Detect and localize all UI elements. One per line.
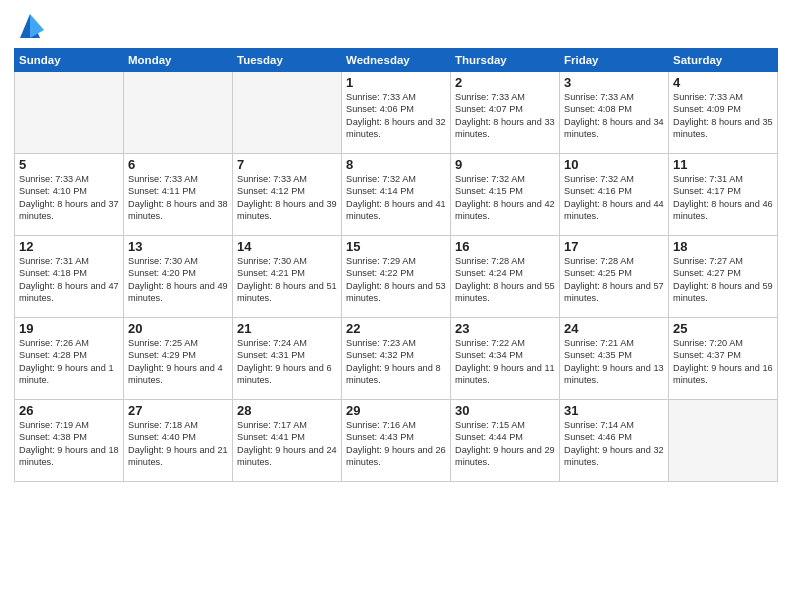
calendar-cell — [233, 72, 342, 154]
day-info: Sunrise: 7:31 AM Sunset: 4:17 PM Dayligh… — [673, 173, 773, 223]
day-number: 3 — [564, 75, 664, 90]
logo — [14, 10, 44, 42]
day-info: Sunrise: 7:17 AM Sunset: 4:41 PM Dayligh… — [237, 419, 337, 469]
day-number: 8 — [346, 157, 446, 172]
weekday-header-friday: Friday — [560, 49, 669, 72]
day-info: Sunrise: 7:33 AM Sunset: 4:07 PM Dayligh… — [455, 91, 555, 141]
day-info: Sunrise: 7:20 AM Sunset: 4:37 PM Dayligh… — [673, 337, 773, 387]
calendar-cell — [669, 400, 778, 482]
day-info: Sunrise: 7:28 AM Sunset: 4:24 PM Dayligh… — [455, 255, 555, 305]
day-number: 13 — [128, 239, 228, 254]
day-number: 27 — [128, 403, 228, 418]
day-info: Sunrise: 7:29 AM Sunset: 4:22 PM Dayligh… — [346, 255, 446, 305]
day-info: Sunrise: 7:33 AM Sunset: 4:10 PM Dayligh… — [19, 173, 119, 223]
day-number: 6 — [128, 157, 228, 172]
day-info: Sunrise: 7:25 AM Sunset: 4:29 PM Dayligh… — [128, 337, 228, 387]
day-info: Sunrise: 7:33 AM Sunset: 4:08 PM Dayligh… — [564, 91, 664, 141]
day-number: 17 — [564, 239, 664, 254]
calendar-cell: 5Sunrise: 7:33 AM Sunset: 4:10 PM Daylig… — [15, 154, 124, 236]
weekday-header-saturday: Saturday — [669, 49, 778, 72]
day-info: Sunrise: 7:32 AM Sunset: 4:14 PM Dayligh… — [346, 173, 446, 223]
day-info: Sunrise: 7:33 AM Sunset: 4:11 PM Dayligh… — [128, 173, 228, 223]
day-number: 12 — [19, 239, 119, 254]
calendar-cell: 6Sunrise: 7:33 AM Sunset: 4:11 PM Daylig… — [124, 154, 233, 236]
logo-icon — [16, 10, 44, 42]
calendar-cell: 9Sunrise: 7:32 AM Sunset: 4:15 PM Daylig… — [451, 154, 560, 236]
weekday-header-row: SundayMondayTuesdayWednesdayThursdayFrid… — [15, 49, 778, 72]
calendar-cell: 10Sunrise: 7:32 AM Sunset: 4:16 PM Dayli… — [560, 154, 669, 236]
day-info: Sunrise: 7:19 AM Sunset: 4:38 PM Dayligh… — [19, 419, 119, 469]
calendar-cell: 2Sunrise: 7:33 AM Sunset: 4:07 PM Daylig… — [451, 72, 560, 154]
day-info: Sunrise: 7:14 AM Sunset: 4:46 PM Dayligh… — [564, 419, 664, 469]
day-info: Sunrise: 7:16 AM Sunset: 4:43 PM Dayligh… — [346, 419, 446, 469]
week-row-4: 26Sunrise: 7:19 AM Sunset: 4:38 PM Dayli… — [15, 400, 778, 482]
calendar-cell: 25Sunrise: 7:20 AM Sunset: 4:37 PM Dayli… — [669, 318, 778, 400]
day-number: 10 — [564, 157, 664, 172]
calendar-cell: 12Sunrise: 7:31 AM Sunset: 4:18 PM Dayli… — [15, 236, 124, 318]
day-number: 31 — [564, 403, 664, 418]
day-number: 19 — [19, 321, 119, 336]
day-info: Sunrise: 7:26 AM Sunset: 4:28 PM Dayligh… — [19, 337, 119, 387]
day-number: 11 — [673, 157, 773, 172]
day-number: 20 — [128, 321, 228, 336]
day-info: Sunrise: 7:15 AM Sunset: 4:44 PM Dayligh… — [455, 419, 555, 469]
day-info: Sunrise: 7:23 AM Sunset: 4:32 PM Dayligh… — [346, 337, 446, 387]
day-info: Sunrise: 7:32 AM Sunset: 4:15 PM Dayligh… — [455, 173, 555, 223]
calendar-cell: 18Sunrise: 7:27 AM Sunset: 4:27 PM Dayli… — [669, 236, 778, 318]
day-number: 30 — [455, 403, 555, 418]
day-number: 16 — [455, 239, 555, 254]
day-number: 1 — [346, 75, 446, 90]
weekday-header-sunday: Sunday — [15, 49, 124, 72]
day-number: 28 — [237, 403, 337, 418]
weekday-header-monday: Monday — [124, 49, 233, 72]
calendar-cell: 19Sunrise: 7:26 AM Sunset: 4:28 PM Dayli… — [15, 318, 124, 400]
calendar-cell: 16Sunrise: 7:28 AM Sunset: 4:24 PM Dayli… — [451, 236, 560, 318]
day-number: 26 — [19, 403, 119, 418]
calendar-cell: 31Sunrise: 7:14 AM Sunset: 4:46 PM Dayli… — [560, 400, 669, 482]
day-number: 23 — [455, 321, 555, 336]
calendar-cell: 28Sunrise: 7:17 AM Sunset: 4:41 PM Dayli… — [233, 400, 342, 482]
day-info: Sunrise: 7:33 AM Sunset: 4:09 PM Dayligh… — [673, 91, 773, 141]
calendar-cell — [124, 72, 233, 154]
calendar-cell: 21Sunrise: 7:24 AM Sunset: 4:31 PM Dayli… — [233, 318, 342, 400]
calendar-cell: 14Sunrise: 7:30 AM Sunset: 4:21 PM Dayli… — [233, 236, 342, 318]
week-row-3: 19Sunrise: 7:26 AM Sunset: 4:28 PM Dayli… — [15, 318, 778, 400]
day-number: 5 — [19, 157, 119, 172]
day-number: 24 — [564, 321, 664, 336]
day-info: Sunrise: 7:30 AM Sunset: 4:21 PM Dayligh… — [237, 255, 337, 305]
weekday-header-tuesday: Tuesday — [233, 49, 342, 72]
day-number: 25 — [673, 321, 773, 336]
calendar-cell: 1Sunrise: 7:33 AM Sunset: 4:06 PM Daylig… — [342, 72, 451, 154]
page: SundayMondayTuesdayWednesdayThursdayFrid… — [0, 0, 792, 612]
calendar-cell: 27Sunrise: 7:18 AM Sunset: 4:40 PM Dayli… — [124, 400, 233, 482]
day-info: Sunrise: 7:21 AM Sunset: 4:35 PM Dayligh… — [564, 337, 664, 387]
week-row-2: 12Sunrise: 7:31 AM Sunset: 4:18 PM Dayli… — [15, 236, 778, 318]
day-info: Sunrise: 7:33 AM Sunset: 4:12 PM Dayligh… — [237, 173, 337, 223]
day-info: Sunrise: 7:18 AM Sunset: 4:40 PM Dayligh… — [128, 419, 228, 469]
calendar-cell: 3Sunrise: 7:33 AM Sunset: 4:08 PM Daylig… — [560, 72, 669, 154]
day-info: Sunrise: 7:28 AM Sunset: 4:25 PM Dayligh… — [564, 255, 664, 305]
week-row-0: 1Sunrise: 7:33 AM Sunset: 4:06 PM Daylig… — [15, 72, 778, 154]
calendar-cell: 20Sunrise: 7:25 AM Sunset: 4:29 PM Dayli… — [124, 318, 233, 400]
day-number: 2 — [455, 75, 555, 90]
day-number: 22 — [346, 321, 446, 336]
header — [14, 10, 778, 42]
day-info: Sunrise: 7:30 AM Sunset: 4:20 PM Dayligh… — [128, 255, 228, 305]
day-number: 14 — [237, 239, 337, 254]
day-number: 4 — [673, 75, 773, 90]
day-number: 7 — [237, 157, 337, 172]
calendar-cell: 7Sunrise: 7:33 AM Sunset: 4:12 PM Daylig… — [233, 154, 342, 236]
calendar-cell: 23Sunrise: 7:22 AM Sunset: 4:34 PM Dayli… — [451, 318, 560, 400]
day-info: Sunrise: 7:33 AM Sunset: 4:06 PM Dayligh… — [346, 91, 446, 141]
day-info: Sunrise: 7:22 AM Sunset: 4:34 PM Dayligh… — [455, 337, 555, 387]
week-row-1: 5Sunrise: 7:33 AM Sunset: 4:10 PM Daylig… — [15, 154, 778, 236]
day-number: 29 — [346, 403, 446, 418]
calendar-cell: 11Sunrise: 7:31 AM Sunset: 4:17 PM Dayli… — [669, 154, 778, 236]
day-info: Sunrise: 7:32 AM Sunset: 4:16 PM Dayligh… — [564, 173, 664, 223]
calendar-cell: 22Sunrise: 7:23 AM Sunset: 4:32 PM Dayli… — [342, 318, 451, 400]
weekday-header-thursday: Thursday — [451, 49, 560, 72]
calendar-cell: 8Sunrise: 7:32 AM Sunset: 4:14 PM Daylig… — [342, 154, 451, 236]
weekday-header-wednesday: Wednesday — [342, 49, 451, 72]
day-info: Sunrise: 7:31 AM Sunset: 4:18 PM Dayligh… — [19, 255, 119, 305]
calendar: SundayMondayTuesdayWednesdayThursdayFrid… — [14, 48, 778, 482]
